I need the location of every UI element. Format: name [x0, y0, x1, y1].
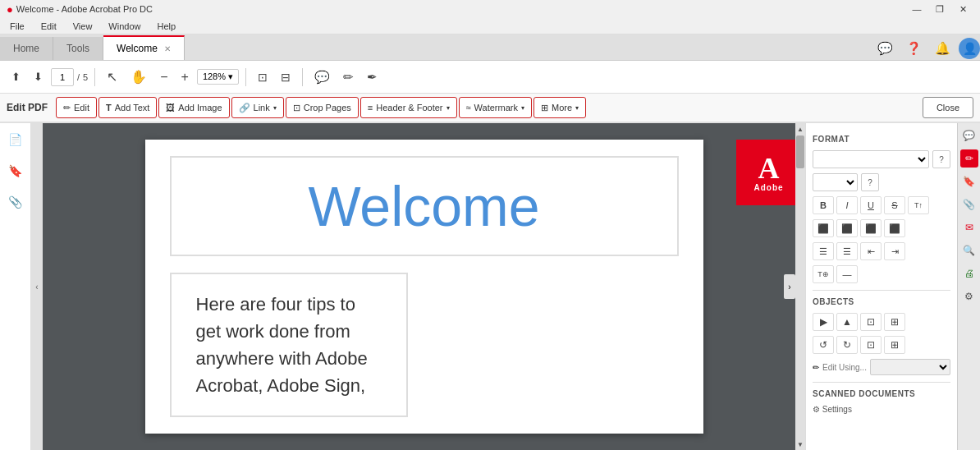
align-right-button[interactable]: ⬛ [860, 219, 882, 237]
right-collapse-handle[interactable]: › [784, 274, 795, 299]
font-help-button[interactable]: ? [932, 150, 950, 168]
restore-button[interactable]: ❐ [929, 2, 950, 16]
watermark-button[interactable]: ≈ Watermark ▾ [459, 97, 532, 118]
account-icon[interactable]: 👤 [959, 38, 980, 59]
fit-page-button[interactable]: ⊡ [253, 66, 272, 89]
more-button[interactable]: ⊞ More ▾ [534, 97, 586, 118]
watermark-icon: ≈ [466, 103, 471, 112]
crop-pages-button[interactable]: ⊡ Crop Pages [286, 97, 359, 118]
far-comment-icon[interactable]: 💬 [960, 126, 978, 145]
align-center-button[interactable]: ⬛ [836, 219, 858, 237]
chat-icon[interactable]: 💬 [872, 37, 898, 60]
menu-window[interactable]: Window [105, 20, 144, 33]
tab-tools[interactable]: Tools [53, 37, 103, 60]
minimize-button[interactable]: — [906, 2, 927, 16]
far-bookmark-icon[interactable]: 🔖 [960, 172, 978, 191]
play-icon[interactable]: ▶ [813, 313, 834, 331]
flip-h-icon[interactable]: ⊡ [860, 336, 882, 354]
total-pages: 5 [83, 72, 88, 82]
close-window-button[interactable]: ✕ [952, 2, 973, 16]
superscript-button[interactable]: T↑ [908, 196, 929, 214]
tab-home-label: Home [13, 43, 39, 54]
title-bar-controls: — ❐ ✕ [906, 2, 973, 16]
menu-help[interactable]: Help [153, 20, 179, 33]
decrease-indent-button[interactable]: ⇤ [860, 242, 882, 260]
text-shrink-button[interactable]: — [836, 265, 858, 283]
far-send-icon[interactable]: ✉ [960, 218, 978, 236]
link-button[interactable]: 🔗 Link ▾ [231, 97, 284, 118]
shape-icon[interactable]: ▲ [836, 313, 858, 331]
header-footer-button[interactable]: ≡ Header & Footer ▾ [360, 97, 457, 118]
comment-button[interactable]: 💬 [309, 66, 335, 89]
app-icon: ● [7, 3, 13, 16]
scroll-thumb[interactable] [796, 135, 804, 168]
flip-v-icon[interactable]: ⊞ [884, 336, 905, 354]
far-search-icon[interactable]: 🔍 [960, 241, 978, 259]
far-settings-icon[interactable]: ⚙ [960, 287, 978, 305]
add-image-button[interactable]: 🖼 Add Image [158, 97, 229, 118]
prev-page-button[interactable]: ⬆ [7, 66, 25, 89]
underline-button[interactable]: U [860, 196, 882, 214]
next-page-button[interactable]: ⬇ [29, 66, 48, 89]
scroll-up-button[interactable]: ▲ [795, 123, 805, 135]
far-attachment-icon[interactable]: 📎 [960, 195, 978, 214]
increase-indent-button[interactable]: ⇥ [884, 242, 905, 260]
fit-width-button[interactable]: ⊟ [276, 66, 295, 89]
notifications-icon[interactable]: 🔔 [930, 37, 955, 60]
pen-button[interactable]: ✏ [338, 66, 359, 89]
settings-link[interactable]: ⚙ Settings [813, 405, 852, 414]
window-title: Welcome - Adobe Acrobat Pro DC [16, 4, 153, 14]
edit-button[interactable]: ✏ Edit [56, 97, 97, 118]
select-tool-button[interactable]: ↖ [102, 66, 122, 89]
align-justify-button[interactable]: ⬛ [884, 219, 905, 237]
undo-icon[interactable]: ↺ [813, 336, 834, 354]
welcome-text-box[interactable]: Welcome [170, 156, 679, 256]
bold-button[interactable]: B [813, 196, 834, 214]
numbered-list-button[interactable]: ☰ [836, 242, 858, 260]
italic-button[interactable]: I [836, 196, 858, 214]
font-family-dropdown[interactable] [813, 150, 929, 168]
menu-edit[interactable]: Edit [38, 20, 60, 33]
list-row: ☰ ☰ ⇤ ⇥ [813, 242, 950, 260]
group-icon[interactable]: ⊞ [884, 313, 905, 331]
text-scale-button[interactable]: T⊕ [813, 265, 834, 283]
title-bar: ● Welcome - Adobe Acrobat Pro DC — ❐ ✕ [0, 0, 980, 18]
strikethrough-button[interactable]: S [884, 196, 905, 214]
zoom-level-display[interactable]: 128% ▾ [197, 69, 239, 85]
font-size-help-button[interactable]: ? [861, 173, 879, 191]
font-size-dropdown[interactable] [813, 173, 858, 191]
bullet-list-button[interactable]: ☰ [813, 242, 834, 260]
sidebar-attachment-icon[interactable]: 📎 [6, 192, 25, 212]
add-text-label: Add Text [115, 103, 150, 112]
hand-tool-button[interactable]: ✋ [126, 66, 152, 89]
align-left-button[interactable]: ⬛ [813, 219, 834, 237]
zoom-in-button[interactable]: + [176, 66, 194, 89]
tips-text-box[interactable]: Here are four tips to get work done from… [170, 273, 408, 417]
redo-icon[interactable]: ↻ [836, 336, 858, 354]
edit-pdf-label: Edit PDF [7, 102, 48, 113]
menu-view[interactable]: View [70, 20, 96, 33]
zoom-out-button[interactable]: − [155, 66, 172, 89]
sign-button[interactable]: ✒ [362, 66, 382, 89]
left-collapse-handle[interactable]: ‹ [31, 123, 43, 450]
crop-obj-icon[interactable]: ⊡ [860, 313, 882, 331]
font-family-row: ? [813, 150, 950, 168]
adobe-logo: A Adobe [736, 140, 802, 205]
vertical-scrollbar[interactable]: ▲ ▼ [795, 123, 805, 450]
far-edit-icon[interactable]: ✏ [960, 149, 978, 168]
page-number-input[interactable] [51, 68, 74, 86]
main-toolbar: ⬆ ⬇ / 5 ↖ ✋ − + 128% ▾ ⊡ ⊟ 💬 ✏ ✒ [0, 61, 980, 94]
tab-close-icon[interactable]: ✕ [164, 44, 171, 53]
menu-file[interactable]: File [7, 20, 28, 33]
close-edit-button[interactable]: Close [923, 97, 973, 118]
tab-home[interactable]: Home [0, 37, 53, 60]
scroll-down-button[interactable]: ▼ [795, 439, 805, 450]
sidebar-pages-icon[interactable]: 📄 [6, 130, 25, 149]
far-print-icon[interactable]: 🖨 [960, 264, 978, 282]
edit-using-dropdown[interactable] [870, 359, 950, 375]
add-text-button[interactable]: T Add Text [98, 97, 157, 118]
sidebar-bookmark-icon[interactable]: 🔖 [6, 161, 25, 181]
text-scale-row: T⊕ — [813, 265, 950, 283]
tab-welcome[interactable]: Welcome ✕ [103, 35, 185, 60]
help-icon[interactable]: ❓ [901, 37, 927, 60]
